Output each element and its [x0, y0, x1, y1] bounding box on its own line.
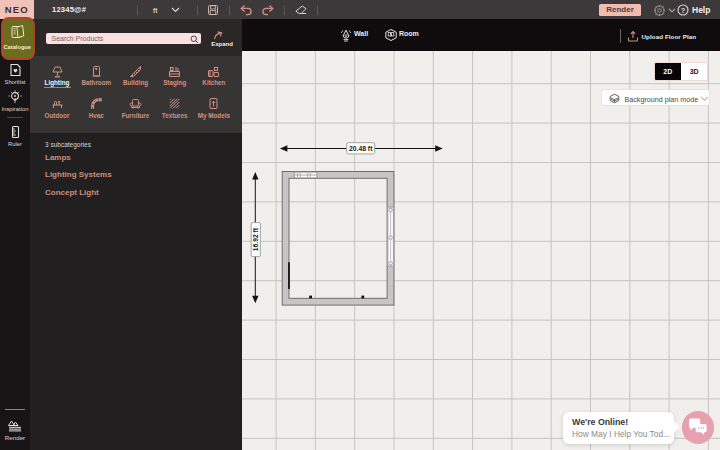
- svg-text:?: ?: [680, 6, 685, 15]
- svg-text:16.92 ft: 16.92 ft: [252, 227, 259, 251]
- svg-text:20.48 ft: 20.48 ft: [349, 145, 373, 152]
